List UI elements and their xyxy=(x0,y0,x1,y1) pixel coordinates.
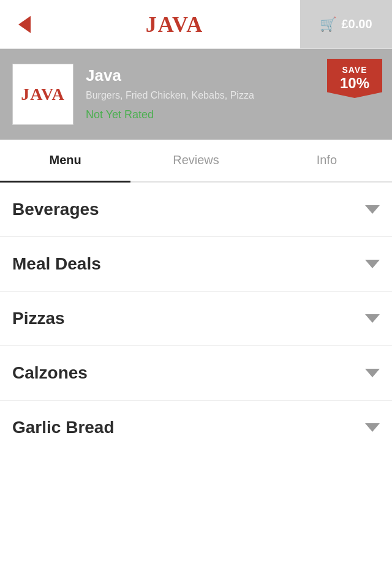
restaurant-rating: Not Yet Rated xyxy=(86,108,380,121)
restaurant-logo: Java xyxy=(12,64,74,125)
category-garlic-bread[interactable]: Garlic Bread xyxy=(0,401,392,454)
header-logo: Java xyxy=(49,12,300,37)
chevron-down-icon xyxy=(365,369,380,377)
category-name-meal-deals: Meal Deals xyxy=(12,254,101,274)
back-arrow-icon xyxy=(18,16,31,33)
category-pizzas[interactable]: Pizzas xyxy=(0,292,392,346)
chevron-down-icon xyxy=(365,205,380,214)
save-badge: SAVE 10% xyxy=(327,59,382,98)
category-calzones[interactable]: Calzones xyxy=(0,346,392,401)
tab-menu[interactable]: Menu xyxy=(0,140,130,183)
save-percent: 10% xyxy=(338,75,371,92)
tab-info[interactable]: Info xyxy=(262,140,392,181)
tabs-bar: Menu Reviews Info xyxy=(0,140,392,183)
restaurant-banner: Java Java Burgers, Fried Chicken, Kebabs… xyxy=(0,49,392,140)
app-header: Java 🛒 £0.00 xyxy=(0,0,392,49)
menu-list: Beverages Meal Deals Pizzas Calzones Gar… xyxy=(0,183,392,454)
chevron-down-icon xyxy=(365,423,380,432)
category-name-pizzas: Pizzas xyxy=(12,309,65,328)
cart-amount: £0.00 xyxy=(341,17,372,31)
category-name-calzones: Calzones xyxy=(12,363,88,383)
chevron-down-icon xyxy=(365,314,380,323)
logo-text: Java xyxy=(21,85,64,104)
category-name-beverages: Beverages xyxy=(12,200,99,219)
save-label: SAVE xyxy=(338,65,371,75)
category-meal-deals[interactable]: Meal Deals xyxy=(0,237,392,292)
tab-reviews[interactable]: Reviews xyxy=(130,140,261,181)
cart-icon: 🛒 xyxy=(320,17,336,32)
cart-button[interactable]: 🛒 £0.00 xyxy=(300,0,392,48)
category-name-garlic-bread: Garlic Bread xyxy=(12,418,115,437)
category-beverages[interactable]: Beverages xyxy=(0,183,392,237)
back-button[interactable] xyxy=(0,0,49,48)
chevron-down-icon xyxy=(365,260,380,268)
